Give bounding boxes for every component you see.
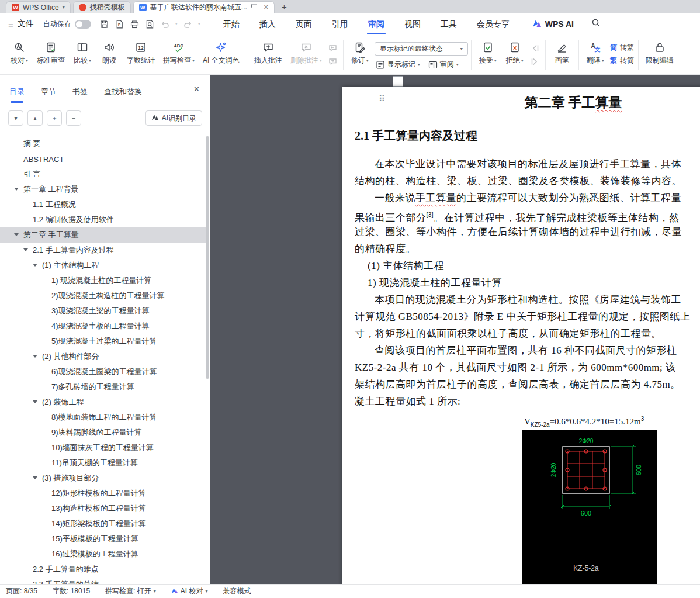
- menu-tab[interactable]: 审阅: [358, 13, 394, 35]
- toc-item[interactable]: 1) 现浇混凝土柱的工程量计算: [0, 273, 206, 288]
- reject-button[interactable]: 拒绝▾: [501, 37, 528, 68]
- word-count-indicator[interactable]: 字数: 18015: [53, 586, 90, 596]
- autosave-toggle[interactable]: [75, 20, 91, 29]
- toc-item[interactable]: 2.1 手工算量内容及过程: [0, 243, 206, 258]
- print-preview-button[interactable]: [145, 19, 155, 29]
- ai-polish-button[interactable]: AI 全文润色: [199, 37, 244, 68]
- menu-tab[interactable]: 插入: [249, 13, 286, 35]
- ai-detect-toc-button[interactable]: AI识别目录: [145, 110, 202, 126]
- ai-icon: [215, 41, 227, 53]
- toc-item[interactable]: 2)现浇混凝土构造柱的工程量计算: [0, 288, 206, 303]
- toc-item[interactable]: 12)矩形柱模板的工程量计算: [0, 486, 206, 501]
- toc-item-label: 1.1 工程概况: [33, 199, 76, 210]
- toc-item[interactable]: (2) 装饰工程: [0, 395, 206, 410]
- toc-collapse-icon[interactable]: [33, 264, 37, 267]
- toc-item[interactable]: 5)现浇混凝土过梁的工程量计算: [0, 334, 206, 349]
- toc-item[interactable]: (2) 其他构件部分: [0, 349, 206, 364]
- menu-tab[interactable]: 工具: [431, 13, 467, 35]
- toc-collapse-icon[interactable]: [33, 476, 37, 479]
- menu-tab[interactable]: 页面: [286, 13, 322, 35]
- translate-button[interactable]: A文 翻译▾: [582, 37, 609, 68]
- proofread-button[interactable]: 校对▾: [6, 37, 33, 68]
- toc-item[interactable]: 2.2 手工算量的难点: [0, 562, 206, 577]
- print-button[interactable]: [130, 19, 140, 29]
- display-for-review-dropdown[interactable]: 显示标记的最终状态 ▾: [375, 42, 468, 56]
- search-button[interactable]: [591, 18, 601, 30]
- track-changes-button[interactable]: 修订▾: [346, 37, 373, 68]
- toc-item[interactable]: 1.1 工程概况: [0, 197, 206, 212]
- promote-heading-button[interactable]: ＋: [47, 110, 62, 126]
- toc-item[interactable]: 3)现浇混凝土梁的工程量计算: [0, 303, 206, 319]
- toc-item[interactable]: 11)吊顶天棚的工程量计算: [0, 455, 206, 471]
- ribbon-button-label: 拒绝▾: [506, 56, 524, 65]
- compatibility-mode-label[interactable]: 兼容模式: [223, 586, 251, 596]
- show-markup-button[interactable]: 显示标记▾: [376, 60, 420, 70]
- export-pdf-button[interactable]: P: [115, 19, 124, 29]
- toc-item[interactable]: 16)过梁模板的工程量计算: [0, 547, 206, 562]
- toc-collapse-icon[interactable]: [14, 233, 19, 236]
- toc-item[interactable]: 14)矩形梁模板的工程量计算: [0, 516, 206, 531]
- sidebar-tab[interactable]: 查找和替换: [104, 87, 142, 103]
- paragraph-drag-handle-icon[interactable]: ⠿: [379, 94, 385, 104]
- expand-all-button[interactable]: ▴: [27, 110, 43, 126]
- menu-tab[interactable]: 会员专享: [467, 13, 519, 35]
- toc-item[interactable]: 4)现浇混凝土板的工程量计算: [0, 319, 206, 334]
- sidebar-tab[interactable]: 章节: [41, 87, 56, 103]
- menu-tab[interactable]: 视图: [394, 13, 431, 35]
- reviewing-pane-button[interactable]: 审阅▾: [428, 60, 459, 70]
- compare-button[interactable]: 比较▾: [69, 37, 96, 68]
- menu-tab[interactable]: 引用: [322, 13, 358, 35]
- toc-item[interactable]: 第一章 工程背景: [0, 182, 206, 197]
- file-menu-button[interactable]: ≡ 文件: [8, 19, 34, 29]
- toc-item[interactable]: ABSTRACT: [0, 151, 206, 167]
- sidebar-tab[interactable]: 目录: [9, 87, 25, 103]
- demote-heading-button[interactable]: −: [66, 110, 81, 126]
- tab-docer[interactable]: 找稻壳模板: [73, 1, 131, 13]
- redo-dropdown-icon: ▾: [198, 22, 200, 26]
- insert-comment-button[interactable]: 插入批注: [250, 37, 286, 68]
- tab-document[interactable]: W 基于广联达软件的丽水南城五... ✕: [133, 1, 275, 13]
- toc-collapse-icon[interactable]: [23, 248, 28, 251]
- toc-item[interactable]: 2.3 手工算量的总结: [0, 577, 206, 584]
- standard-review-button[interactable]: 标准审查: [33, 37, 69, 68]
- accept-button[interactable]: 接受▾: [474, 37, 501, 68]
- toc-item-label: (2) 其他构件部分: [42, 351, 99, 362]
- simplified-to-traditional-button[interactable]: 简 转繁: [610, 43, 634, 53]
- restrict-editing-button[interactable]: 限制编辑: [642, 37, 678, 68]
- ai-proofread-status[interactable]: AI 校对 ▾: [171, 586, 208, 596]
- toc-item[interactable]: 8)楼地面装饰工程的工程量计算: [0, 410, 206, 425]
- toc-item[interactable]: 引 言: [0, 167, 206, 182]
- wps-ai-button[interactable]: WPS AI: [532, 19, 574, 29]
- toc-item[interactable]: 7)多孔砖墙的工程量计算: [0, 379, 206, 395]
- spellcheck-button[interactable]: ABC拼写检查▾: [159, 37, 199, 68]
- toc-item[interactable]: (3) 措施项目部分: [0, 471, 206, 486]
- collapse-all-button[interactable]: ▾: [8, 110, 23, 126]
- document-page[interactable]: ⠿ 第二章 手工算量 2.1 手工算量内容及过程 在本次毕业设计中需要对该项目的…: [342, 87, 700, 584]
- toc-item[interactable]: 10)墙面抹灰工程的工程量计算: [0, 440, 206, 455]
- toc-item[interactable]: 9)块料踢脚线的工程量计算: [0, 425, 206, 440]
- spellcheck-status[interactable]: 拼写检查: 打开 ▾: [105, 586, 156, 596]
- menu-tab[interactable]: 开始: [213, 13, 249, 35]
- new-tab-button[interactable]: +: [277, 1, 292, 13]
- sidebar-scrollbar[interactable]: [206, 136, 209, 379]
- save-button[interactable]: [99, 19, 109, 29]
- ink-pen-button[interactable]: 画笔: [549, 37, 576, 68]
- toc-item[interactable]: 15)平板模板的工程量计算: [0, 531, 206, 547]
- read-aloud-button[interactable]: 朗读: [96, 37, 123, 68]
- toc-collapse-icon[interactable]: [33, 400, 37, 403]
- toc-collapse-icon[interactable]: [33, 355, 37, 358]
- toc-item[interactable]: 摘 要: [0, 136, 206, 151]
- traditional-to-simplified-button[interactable]: 繁 转简: [610, 56, 634, 65]
- word-count-button[interactable]: 12字数统计: [123, 37, 159, 68]
- sidebar-tab[interactable]: 书签: [72, 87, 88, 103]
- toc-item[interactable]: 6)现浇混凝土圈梁的工程量计算: [0, 364, 206, 379]
- page-indicator[interactable]: 页面: 8/35: [6, 586, 37, 596]
- toc-collapse-icon[interactable]: [14, 188, 19, 191]
- close-tab-icon[interactable]: ✕: [264, 4, 269, 11]
- toc-item[interactable]: 13)构造柱模板的工程量计算: [0, 501, 206, 516]
- toc-item[interactable]: 第二章 手工算量: [0, 227, 206, 243]
- toc-item[interactable]: (1) 主体结构工程: [0, 258, 206, 273]
- close-sidebar-icon[interactable]: ✕: [193, 85, 200, 94]
- tab-wps-office[interactable]: W WPS Office ▾: [6, 1, 71, 13]
- toc-item[interactable]: 1.2 编制依据及使用软件: [0, 212, 206, 227]
